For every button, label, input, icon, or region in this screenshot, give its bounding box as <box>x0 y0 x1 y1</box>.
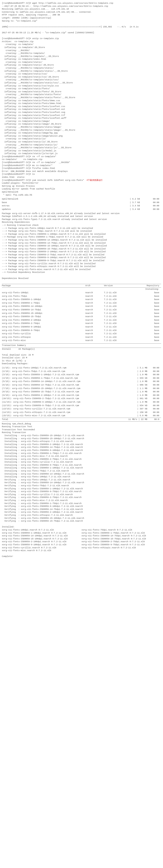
step-line: Verifying : xorg-x11-fonts-ISO8859-9-75d… <box>2 490 161 493</box>
yum-pre-line: Loaded plugins: fastestmirror <box>2 182 161 185</box>
step-line: Installing : xorg-x11-fonts-ISO8859-2-75… <box>2 458 161 461</box>
total-line: Is this ok [y/N]: y <box>2 360 161 363</box>
dl-row: (15/15): xorg-x11-fonts-misc-7.2-11.el6.… <box>2 414 161 417</box>
step-line: Verifying : xorg-x11-fonts-ISO8859-1-75d… <box>2 502 161 505</box>
unzip-line: inflating: cv-template/static/css/style.… <box>2 85 161 88</box>
dep-line: ---> Package xorg-x11-fonts-ISO8859-14-7… <box>2 242 161 245</box>
unzip-archive: Archive: cv-template.zip <box>2 40 161 43</box>
unzip-line: creating: __MACOSX/cv-template/static/js… <box>2 144 161 147</box>
pkg-row: xorg-x11-fonts-ISO8859-2-100dpinoarch7.2… <box>2 318 161 322</box>
unzip-line: inflating: cv-template/static/js/modal.j… <box>2 149 161 153</box>
gdk-error: Error: GDK_BACKEND does not match availa… <box>2 170 161 173</box>
installed-item: xorg-x11-fonts-ISO8859-2-75dpi.noarch 0:… <box>82 540 161 544</box>
dep-line: ---> Package xorg-x11-fonts-ISO8859-15-7… <box>2 248 161 251</box>
step-line: Verifying : xorg-x11-fonts-cyrillic-7.2-… <box>2 493 161 496</box>
installed-item: xorg-x11-fonts-cyrillic.noarch 0:7.2-11.… <box>2 547 82 550</box>
dl-row: (11/15): xorg-x11-fonts-ISO8859-9-100dpi… <box>2 401 161 404</box>
unzip-line: creating: __MACOSX/cv-template/static/ <box>2 67 161 70</box>
dep-line: ---> Package xorg-x11-fonts-cyrillic.noa… <box>2 262 161 266</box>
unzip-line: inflating: cv-template/static/.DS_Store <box>2 64 161 67</box>
installed-item: xorg-x11-fonts-75dpi.noarch 0:7.2-11.el6 <box>82 529 161 532</box>
dl-row: (4/15): xorg-x11-fonts-ISO8859-1-75dpi-7… <box>2 377 161 380</box>
unzip-line: inflating: cv-template/static/fonts/demo… <box>2 102 161 105</box>
dep-line: ---> Package xorg-x11-fonts-ISO8859-9-75… <box>2 259 161 262</box>
unzip-line: creating: __MACOSX/cv-template/static/fo… <box>2 93 161 96</box>
step-line: Installing : xorg-x11-fonts-ISO8859-15-1… <box>2 437 161 440</box>
step-line: Verifying : xorg-x11-fonts-ISO8859-1-100… <box>2 487 161 491</box>
dep-line: ---> Package xorg-x11-fonts-ISO8859-2-10… <box>2 250 161 253</box>
wget-time: --2017-07-25 09:59:13-- http://labfile.o… <box>2 5 161 8</box>
rm-cmd-1: [root@5du4e00u53f7 CV]# rm -rf cv-templa… <box>2 155 161 158</box>
pkg-row: xorg-x11-fonts-ethiopicnoarch7.2-11.el6b… <box>2 336 161 339</box>
unzip-line: inflating: cv-template/static/js/script.… <box>2 152 161 155</box>
cv-line: cv-template/ cv-template.zip <box>2 158 161 161</box>
pkg-row: xorg-x11-fonts-ISO8859-2-75dpinoarch7.2-… <box>2 322 161 325</box>
dep-line: ---> Package xorg-x11-fonts-100dpi.noarc… <box>2 227 161 230</box>
unzip-line: inflating: __MACOSX/cv-template/static/f… <box>2 96 161 99</box>
dl-row: (7/15): xorg-x11-fonts-ISO8859-15-100dpi… <box>2 387 161 391</box>
yum-pre-line: Setting up Install Process <box>2 185 161 188</box>
step-line: Verifying : xorg-x11-fonts-ISO8859-15-75… <box>2 520 161 523</box>
unzip-line: inflating: cv-template/static/image/bg.j… <box>2 132 161 135</box>
step-line: Installing : xorg-x11-fonts-100dpi-7.2-1… <box>2 475 161 478</box>
step-line: Verifying : xorg-x11-fonts-ISO8859-15-10… <box>2 517 161 520</box>
pkg-row: xorg-x11-fonts-100dpinoarch7.2-11.el6bas… <box>2 291 161 294</box>
trans-line: Running rpm_check_debug <box>2 423 161 426</box>
wget-req: HTTP request sent, awaiting response... … <box>2 13 161 17</box>
unzip-line: creating: __MACOSX/cv-template/ <box>2 52 161 55</box>
installed-item: xorg-x11-fonts-ISO8859-2-100dpi.noarch 0… <box>2 540 82 544</box>
pkg-row: xorg-x11-fonts-cyrillicnoarch7.2-11.el6b… <box>2 332 161 336</box>
unzip-line: inflating: cv-template/static/fonts/icon… <box>2 105 161 108</box>
installed-hdr: Installed: <box>2 526 161 529</box>
step-line: Installing : xorg-x11-fonts-ISO8859-14-1… <box>2 473 161 476</box>
installing-hdr: Installing: <box>2 288 161 291</box>
unzip-line: creating: cv-template/static/js/ <box>2 137 161 141</box>
wget-resolve: Resolving labfile.oss.aliyuncs.com... 11… <box>2 8 161 11</box>
unzip-line: creating: cv-template/static/fonts/ <box>2 87 161 90</box>
resolving: Resolving Dependencies <box>2 221 161 224</box>
step-line: Verifying : xorg-x11-fonts-100dpi-7.2-11… <box>2 478 161 482</box>
pkg-already: Package xorg-x11-server-Xvfb-1.17.4-16.e… <box>2 212 161 215</box>
installed-item: xorg-x11-fonts-misc.noarch 0:7.2-11.el6 <box>2 549 82 552</box>
yum-comment: #下载浏览器运行 <box>87 179 103 182</box>
dl-row: (6/15): xorg-x11-fonts-ISO8859-14-75dpi-… <box>2 383 161 387</box>
installed-item: xorg-x11-fonts-ISO8859-15-100dpi.noarch … <box>2 537 82 540</box>
pkg-row: xorg-x11-fonts-miscnoarch7.2-11.el6base <box>2 339 161 342</box>
step-line: Verifying : xorg-x11-fonts-ISO8859-2-100… <box>2 511 161 514</box>
step-line: Verifying : xorg-x11-fonts-ISO8859-14-75… <box>2 508 161 511</box>
pkg-row: xorg-x11-fonts-ISO8859-15-75dpinoarch7.2… <box>2 315 161 318</box>
step-line: Installing : xorg-x11-fonts-ISO8859-9-75… <box>2 464 161 467</box>
repo-row: updates| 3.4 kB00:00 <box>2 208 161 211</box>
yum-pre-line: * epel: ftp.cuhk.edu.hk <box>2 194 161 197</box>
step-line: Verifying : xorg-x11-fonts-ISO8859-2-75d… <box>2 496 161 499</box>
unzip-line: inflating: cv-template/static/js/.DS_Sto… <box>2 141 161 144</box>
trans-line: Running Transaction <box>2 431 161 434</box>
wget-save: Saving to: "cv-template.zip" <box>2 20 161 23</box>
trans-summary: Transaction Summary <box>2 343 161 348</box>
dl-row: (9/15): xorg-x11-fonts-ISO8859-2-100dpi-… <box>2 394 161 397</box>
unzip-line: inflating: cv-template/static/css/.DS_St… <box>2 76 161 79</box>
dep-line: ---> Package xorg-x11-fonts-75dpi.noarch… <box>2 230 161 233</box>
terminal-output: [root@5du4e00u53f7 CV]# wget http://labf… <box>2 2 161 558</box>
dl-row: (13/15): xorg-x11-fonts-cyrillic-7.2-11.… <box>2 407 161 411</box>
installed-item: xorg-x11-fonts-ISO8859-14-100dpi.noarch … <box>2 534 82 537</box>
step-line: Installing : xorg-x11-fonts-ISO8859-9-10… <box>2 449 161 452</box>
unzip-line: inflating: cv-template/static/fonts/demo… <box>2 99 161 102</box>
dep-line: ---> Package xorg-x11-fonts-ISO8859-14-1… <box>2 239 161 242</box>
running-check: --> Running transaction check <box>2 224 161 227</box>
dl-row: (2/15): xorg-x11-fonts-75dpi-7.2-11.el6.… <box>2 370 161 373</box>
step-line: Installing : xorg-x11-fonts-ISO8859-15-1… <box>2 434 161 437</box>
installed-list: xorg-x11-fonts-100dpi.noarch 0:7.2-11.el… <box>2 529 161 552</box>
unzip-line: inflating: cv-template/static/image/.DS_… <box>2 123 161 126</box>
dl-row: (3/15): xorg-x11-fonts-ISO8859-1-100dpi-… <box>2 373 161 377</box>
pkg-already: Package xorg-x11-fonts-Type1-7.2-11.el6.… <box>2 218 161 221</box>
unzip-line: creating: __MACOSX/cv-template/static/cs… <box>2 79 161 82</box>
step-line: Installing : xorg-x11-fonts-ethiopic-7.2… <box>2 440 161 443</box>
dep-line: ---> Package xorg-x11-fonts-ISO8859-15-1… <box>2 245 161 248</box>
step-line: Installing : xorg-x11-fonts-ISO8859-1-10… <box>2 467 161 470</box>
total-line: Total download size: 22 M <box>2 354 161 357</box>
unzip-line: creating: cv-template/ <box>2 43 161 46</box>
pkg-row: xorg-x11-fonts-ISO8859-9-75dpinoarch7.2-… <box>2 329 161 332</box>
dl-row: (12/15): xorg-x11-fonts-ISO8859-9-75dpi-… <box>2 404 161 407</box>
step-line: Installing : xorg-x11-fonts-cyrillic-7.2… <box>2 461 161 464</box>
